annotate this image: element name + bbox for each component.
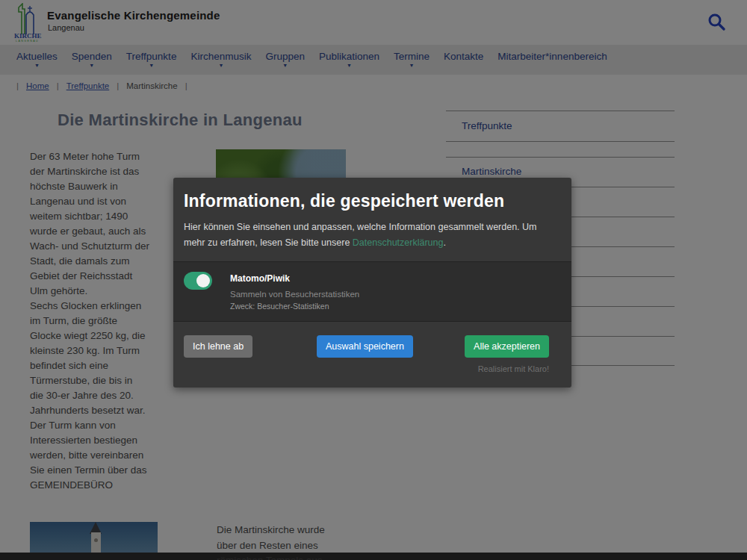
service-purpose: Zweck: Besucher-Statistiken [230,302,561,311]
decline-button[interactable]: Ich lehne ab [184,335,252,358]
service-name: Matomo/Piwik [230,272,561,284]
powered-by-klaro: Realisiert mit Klaro! [478,364,549,373]
cookie-consent-modal: Informationen, die gespeichert werden Hi… [173,178,571,388]
consent-footer: Ich lehne ab Auswahl speichern Alle akze… [173,322,571,388]
save-selection-button[interactable]: Auswahl speichern [317,335,413,358]
privacy-policy-link[interactable]: Datenschutzerklärung [353,237,444,248]
consent-header: Informationen, die gespeichert werden Hi… [173,178,571,261]
consent-title: Informationen, die gespeichert werden [184,191,555,211]
matomo-toggle[interactable] [184,272,212,290]
consent-description: Hier können Sie einsehen und anpassen, w… [184,220,555,251]
consent-service-row: Matomo/Piwik Sammeln von Besucherstatist… [173,261,571,322]
accept-all-button[interactable]: Alle akzeptieren [465,335,549,358]
service-description: Sammeln von Besucherstatistiken [230,290,561,299]
toggle-knob [196,274,210,287]
